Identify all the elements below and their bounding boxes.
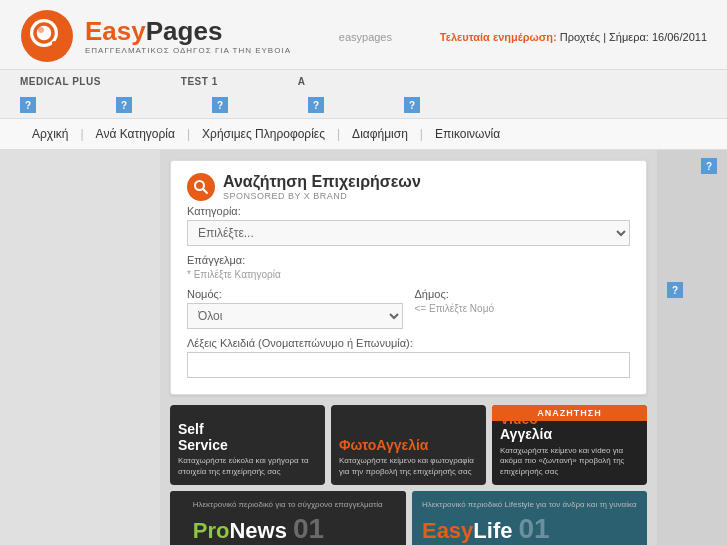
nav-info[interactable]: Χρήσιμες Πληροφορίες [190,118,337,150]
center-content: Αναζήτηση Επιχειρήσεων SPONSORED BY X BR… [160,150,657,545]
nav-category[interactable]: Ανά Κατηγορία [84,118,187,150]
keywords-row: Λέξεις Κλειδιά (Ονοματεπώνυμο ή Επωνυμία… [187,337,630,378]
dimos-col: Δήμος: <= Επιλέξτε Νομό [415,288,631,329]
search-sponsored: SPONSORED BY X BRAND [223,191,421,201]
search-title-area: Αναζήτηση Επιχειρήσεων SPONSORED BY X BR… [223,173,421,201]
nav-home[interactable]: Αρχική [20,118,80,150]
category-label: Κατηγορία: [187,205,630,217]
photo-aggelia-desc: Καταχωρήστε κείμενο και φωτογραφία για τ… [339,456,478,477]
logo-pages: Pages [146,16,223,46]
profession-row: Επάγγελμα: * Επιλέξτε Κατηγορία [187,254,630,280]
nav-contact[interactable]: Επικοινωνία [423,118,512,150]
pronews-content: Ηλεκτρονικό περιοδικό για το σύγχρονο επ… [193,500,383,545]
right-qmark-bottom[interactable]: ? [667,282,683,298]
logo-subtitle: ΕΠΑΓΓΕΛΜΑΤΙΚΟΣ ΟΔΗΓΟΣ ΓΙΑ ΤΗΝ ΕΥΒΟΙΑ [85,46,291,55]
qmark-1[interactable]: ? [20,97,36,113]
site-label-1: MEDICAL PLUS [20,76,101,87]
dimos-hint: <= Επιλέξτε Νομό [415,303,631,314]
keywords-label: Λέξεις Κλειδιά (Ονοματεπώνυμο ή Επωνυμία… [187,337,630,349]
self-service-title: SelfService [178,422,317,453]
easylife-sub: Ηλεκτρονικό περιοδικό Lifestyle για τον … [422,500,637,509]
qmarks-row: ? ? ? ? ? [0,92,727,118]
header-center: easypages [339,31,392,43]
anazitisi-badge: ΑΝΑΖΗΤΗΣΗ [492,405,647,421]
search-icon [187,173,215,201]
self-service-desc: Καταχωρήστε εύκολα και γρήγορα τα στοιχε… [178,456,317,477]
main-content: Αναζήτηση Επιχειρήσεων SPONSORED BY X BR… [0,150,727,545]
self-service-card[interactable]: SelfService Καταχωρήστε εύκολα και γρήγο… [170,405,325,485]
pronews-magazine[interactable]: Ηλεκτρονικό περιοδικό για το σύγχρονο επ… [170,491,406,545]
center-text: easypages [339,31,392,43]
site-labels-row: MEDICAL PLUS Test 1 a [0,70,727,92]
keywords-input[interactable] [187,352,630,378]
profession-hint: * Επιλέξτε Κατηγορία [187,269,630,280]
pronews-number: 01 [293,513,324,545]
nav-bar: Αρχική | Ανά Κατηγορία | Χρήσιμες Πληροφ… [0,118,727,150]
dimos-label: Δήμος: [415,288,631,300]
profession-label: Επάγγελμα: [187,254,630,266]
header-right: Τελευταία ενημέρωση: Προχτές | Σήμερα: 1… [440,31,707,43]
update-value: Προχτές | Σήμερα: 16/06/2011 [560,31,707,43]
search-box: Αναζήτηση Επιχειρήσεων SPONSORED BY X BR… [170,160,647,395]
search-title: Αναζήτηση Επιχειρήσεων [223,173,421,191]
pronews-sub: Ηλεκτρονικό περιοδικό για το σύγχρονο επ… [193,500,383,509]
right-sidebar: ? ? [657,150,727,545]
site-label-5: a [298,76,306,87]
nomos-label: Νομός: [187,288,403,300]
photo-aggelia-title: ΦωτοΑγγελία [339,438,478,453]
easylife-title: EasyLife [422,520,513,542]
photo-aggelia-card[interactable]: ΦωτοΑγγελία Καταχωρήστε κείμενο και φωτο… [331,405,486,485]
cards-row: SelfService Καταχωρήστε εύκολα και γρήγο… [170,405,647,485]
nomos-dimos-row: Νομός: Όλοι Δήμος: <= Επιλέξτε Νομό [187,288,630,329]
easylife-magazine[interactable]: Ηλεκτρονικό περιοδικό Lifestyle για τον … [412,491,648,545]
svg-point-4 [38,27,44,33]
svg-line-6 [203,189,207,193]
logo-icon [20,9,75,64]
pronews-title: ProNews [193,520,287,542]
easylife-content: Ηλεκτρονικό περιοδικό Lifestyle για τον … [422,500,637,545]
site-label-3: Test 1 [181,76,218,87]
logo-area: EasyPages ΕΠΑΓΓΕΛΜΑΤΙΚΟΣ ΟΔΗΓΟΣ ΓΙΑ ΤΗΝ … [20,9,291,64]
nomos-select[interactable]: Όλοι [187,303,403,329]
qmark-5[interactable]: ? [404,97,420,113]
nomos-col: Νομός: Όλοι [187,288,403,329]
page-wrapper: EasyPages ΕΠΑΓΓΕΛΜΑΤΙΚΟΣ ΟΔΗΓΟΣ ΓΙΑ ΤΗΝ … [0,0,727,545]
magazines-row: Ηλεκτρονικό περιοδικό για το σύγχρονο επ… [170,491,647,545]
logo-title: EasyPages [85,18,291,44]
qmark-2[interactable]: ? [116,97,132,113]
logo-text-area: EasyPages ΕΠΑΓΓΕΛΜΑΤΙΚΟΣ ΟΔΗΓΟΣ ΓΙΑ ΤΗΝ … [85,18,291,55]
video-aggelia-desc: Καταχωρήστε κείμενο και video για ακόμα … [500,446,639,477]
category-row: Κατηγορία: Επιλέξτε... [187,205,630,246]
nav-ads[interactable]: Διαφήμιση [340,118,420,150]
update-label: Τελευταία ενημέρωση: [440,31,557,43]
easylife-number: 01 [518,513,549,545]
category-select[interactable]: Επιλέξτε... [187,220,630,246]
search-header: Αναζήτηση Επιχειρήσεων SPONSORED BY X BR… [187,173,630,201]
right-qmark-top[interactable]: ? [701,158,717,174]
logo-easy: Easy [85,16,146,46]
video-aggelia-card[interactable]: ΑΝΑΖΗΤΗΣΗ VideoΑγγελία Καταχωρήστε κείμε… [492,405,647,485]
qmark-4[interactable]: ? [308,97,324,113]
qmark-3[interactable]: ? [212,97,228,113]
left-sidebar [0,150,160,545]
header: EasyPages ΕΠΑΓΓΕΛΜΑΤΙΚΟΣ ΟΔΗΓΟΣ ΓΙΑ ΤΗΝ … [0,0,727,70]
